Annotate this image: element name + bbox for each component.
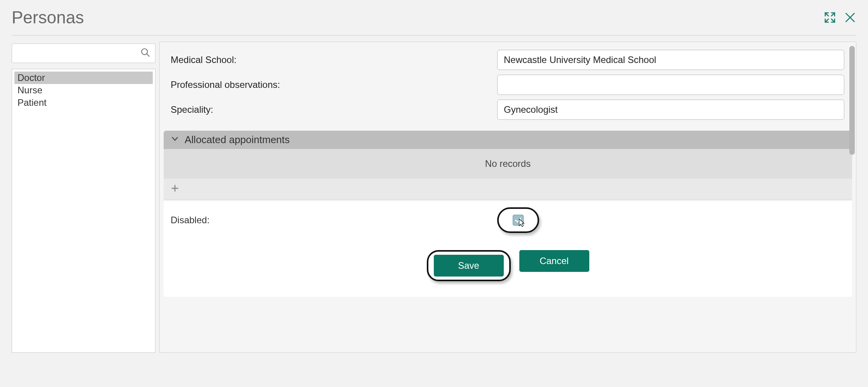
disabled-row: Disabled: xyxy=(171,207,845,233)
field-label: Professional observations: xyxy=(171,79,497,90)
save-button-highlight: Save xyxy=(427,250,511,281)
sidebar-panel: Doctor Nurse Patient xyxy=(12,44,155,353)
search-wrap xyxy=(12,44,155,63)
speciality-input[interactable] xyxy=(497,100,844,120)
medical-school-input[interactable] xyxy=(497,50,844,70)
disabled-label: Disabled: xyxy=(171,215,489,226)
list-item[interactable]: Nurse xyxy=(14,84,153,96)
disabled-checkbox[interactable] xyxy=(513,215,524,226)
section-header[interactable]: Allocated appointments xyxy=(164,131,852,149)
scrollbar[interactable] xyxy=(849,46,855,155)
titlebar-divider xyxy=(12,35,856,36)
personas-window: Personas xyxy=(0,0,868,387)
list-item[interactable]: Patient xyxy=(14,96,153,109)
add-record-button[interactable] xyxy=(171,183,179,195)
titlebar: Personas xyxy=(0,0,868,31)
content-area: Doctor Nurse Patient Medical School: Pro… xyxy=(0,44,868,353)
below-section: Disabled: xyxy=(164,200,852,297)
close-icon[interactable] xyxy=(844,11,856,24)
list-item[interactable]: Doctor xyxy=(14,72,153,84)
page-title: Personas xyxy=(12,8,84,27)
section-empty-text: No records xyxy=(164,149,852,179)
chevron-down-icon xyxy=(171,134,179,146)
section-title: Allocated appointments xyxy=(185,134,290,146)
search-input[interactable] xyxy=(17,48,140,58)
field-professional-observations: Professional observations: xyxy=(160,72,856,97)
appointments-section: Allocated appointments No records xyxy=(164,131,852,200)
buttons-row: Save Cancel xyxy=(171,250,845,281)
search-icon[interactable] xyxy=(140,47,150,59)
field-label: Speciality: xyxy=(171,104,497,115)
persona-list: Doctor Nurse Patient xyxy=(12,69,155,353)
field-speciality: Speciality: xyxy=(160,97,856,122)
save-button[interactable]: Save xyxy=(434,255,504,277)
professional-observations-input[interactable] xyxy=(497,75,844,95)
field-medical-school: Medical School: xyxy=(160,47,856,72)
cancel-button[interactable]: Cancel xyxy=(519,250,589,272)
section-footer xyxy=(164,179,852,200)
field-label: Medical School: xyxy=(171,54,497,65)
form-panel: Medical School: Professional observation… xyxy=(159,42,856,353)
disabled-checkbox-highlight xyxy=(497,207,539,233)
titlebar-actions xyxy=(824,11,856,24)
maximize-icon[interactable] xyxy=(824,11,836,24)
